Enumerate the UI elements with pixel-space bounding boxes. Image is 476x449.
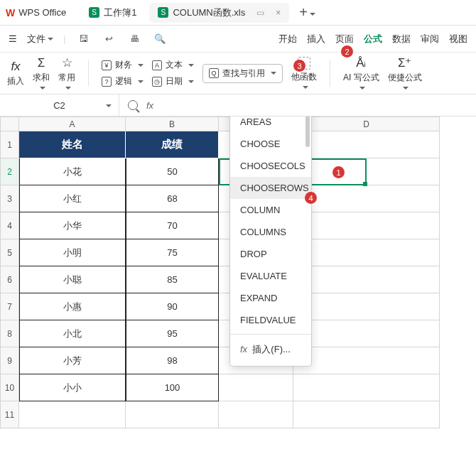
cell[interactable]: 75 [126,239,219,266]
cell[interactable]: 98 [126,347,219,374]
cell[interactable] [293,374,440,401]
menu-data[interactable]: 数据 [392,33,411,45]
dropdown-item[interactable]: CHOOSEROWS [230,177,311,199]
cell[interactable] [293,212,440,239]
cell[interactable]: 小芳 [19,347,126,374]
row-header[interactable]: 3 [0,185,19,212]
dropdown-item[interactable]: COLUMNS [230,221,311,243]
dropdown-item[interactable]: COLUMN [230,199,311,221]
logic-menu[interactable]: ?逻辑 [102,75,144,87]
dropdown-item[interactable]: FIELDVALUE [230,309,311,331]
row-header[interactable]: 8 [0,320,19,347]
cell[interactable] [293,320,440,347]
cell[interactable] [293,401,440,428]
row-header[interactable]: 6 [0,266,19,293]
cell[interactable] [219,401,293,428]
col-header-B[interactable]: B [126,117,219,131]
col-header-A[interactable]: A [19,117,126,131]
cell[interactable]: 小小 [19,374,126,401]
fx-icon[interactable]: fx [146,100,153,111]
dropdown-item[interactable]: EVALUATE [230,265,311,287]
lookup-ref-menu[interactable]: Q 查找与引用 [202,64,283,83]
cell[interactable] [293,293,440,320]
dropdown-item[interactable]: CHOOSECOLS [230,155,311,177]
new-tab-button[interactable]: + [299,4,315,21]
cell[interactable] [293,158,440,185]
cell[interactable]: 小明 [19,239,126,266]
preview-icon[interactable]: 🔍 [152,31,168,47]
cell[interactable]: 小聪 [19,266,126,293]
row-header[interactable]: 10 [0,374,19,401]
back-icon[interactable]: ↩ [101,31,117,47]
formula-input[interactable] [162,100,467,111]
save-icon[interactable]: 🖫 [75,31,91,47]
cell[interactable]: 68 [126,185,219,212]
menu-review[interactable]: 审阅 [421,33,439,45]
menu-insert[interactable]: 插入 [307,33,325,45]
insert-fn-button[interactable]: fx 插入 [7,60,24,87]
cell[interactable] [126,401,219,428]
close-icon[interactable]: × [276,8,281,18]
menu-formula[interactable]: 公式 [364,33,382,45]
doc-tab-1[interactable]: S 工作簿1 [80,3,145,23]
cell[interactable]: 85 [126,266,219,293]
insert-function-item[interactable]: fx 插入(F)... [230,337,311,362]
window-control-icon[interactable]: ▭ [256,8,264,18]
datetime-label: 日期 [166,75,183,87]
cell[interactable] [219,374,293,401]
dropdown-item[interactable]: AREAS [230,117,311,133]
datetime-menu[interactable]: ◷日期 [152,75,194,87]
chevron-down-icon[interactable] [104,100,112,111]
cell[interactable]: 成绩 [126,131,219,158]
menu-view[interactable]: 视图 [449,33,467,45]
badge-1: 1 [332,166,345,178]
cell[interactable]: 小惠 [19,293,126,320]
cell[interactable]: 小北 [19,320,126,347]
zoom-out-icon[interactable] [128,100,138,110]
cell[interactable]: 小花 [19,158,126,185]
doc-tab-2[interactable]: S COLUMN函数.xls ▭ × [149,3,289,23]
row: 8小北95 [0,320,440,347]
common-button[interactable]: ☆ 常用 [58,55,75,91]
cell[interactable] [293,239,440,266]
file-menu[interactable]: 文件 [27,33,53,45]
row-header[interactable]: 7 [0,293,19,320]
sum-button[interactable]: Σ 求和 [33,56,50,91]
cell[interactable]: 50 [126,158,219,185]
col-header-D[interactable]: D [293,117,440,131]
cell[interactable]: 70 [126,212,219,239]
wps-logo-icon: W [6,7,15,18]
ai-formula-button[interactable]: Åᵢ AI 写公式 [343,55,379,91]
quick-formula-button[interactable]: Σ⁺ 便捷公式 [388,55,422,91]
text-menu[interactable]: A文本 [152,59,194,71]
finance-menu[interactable]: ¥财务 [102,59,144,71]
hamburger-icon[interactable]: ☰ [9,33,17,44]
cell[interactable] [19,401,126,428]
cell[interactable]: 100 [126,374,219,401]
cell[interactable] [293,266,440,293]
cell[interactable]: 小红 [19,185,126,212]
dropdown-item[interactable]: EXPAND [230,287,311,309]
row-header[interactable]: 5 [0,239,19,266]
spreadsheet-icon: S [89,7,99,18]
common-label: 常用 [58,72,75,84]
row-header[interactable]: 9 [0,347,19,374]
cell[interactable]: 小华 [19,212,126,239]
row-header[interactable]: 1 [0,131,19,158]
menu-start[interactable]: 开始 [278,33,297,45]
cell[interactable]: 90 [126,293,219,320]
row-header[interactable]: 4 [0,212,19,239]
row-header[interactable]: 2 [0,158,19,185]
spreadsheet-grid[interactable]: A B C D 1姓名成绩2小花503小红684小华705小明756小聪857小… [0,117,440,428]
name-box[interactable]: C2 [0,94,119,116]
cell[interactable] [293,131,440,158]
row-header[interactable]: 11 [0,401,19,428]
print-icon[interactable]: 🖶 [126,31,142,47]
cell[interactable]: 95 [126,320,219,347]
menu-page[interactable]: 页面 [335,33,354,45]
cell[interactable] [293,347,440,374]
dropdown-item[interactable]: DROP [230,243,311,265]
cell[interactable]: 姓名 [19,131,126,158]
dropdown-item[interactable]: CHOOSE [230,133,311,155]
select-all-corner[interactable] [0,117,19,131]
